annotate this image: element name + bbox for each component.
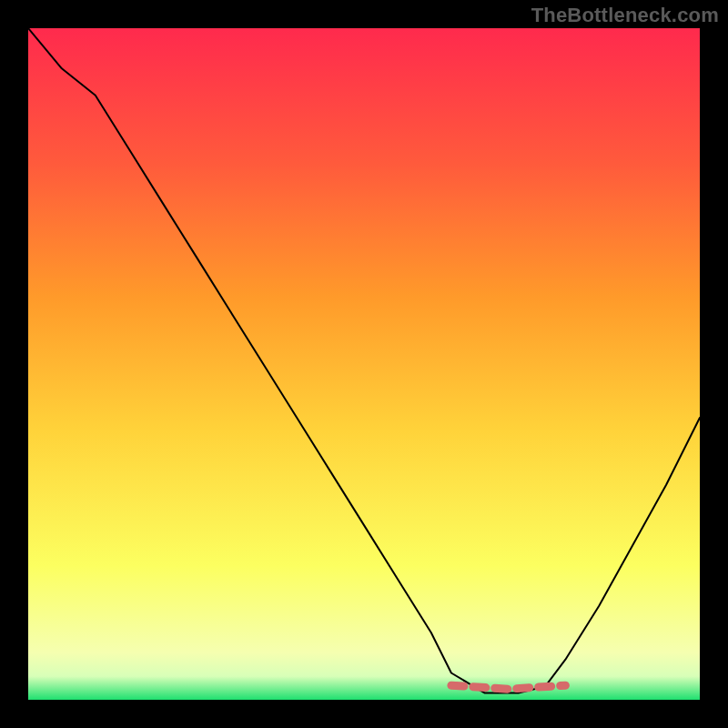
chart-svg	[28, 28, 700, 700]
plot-area	[28, 28, 700, 700]
gradient-fill	[28, 28, 700, 700]
watermark-text: TheBottleneck.com	[531, 4, 719, 27]
chart-frame: TheBottleneck.com	[0, 0, 728, 728]
